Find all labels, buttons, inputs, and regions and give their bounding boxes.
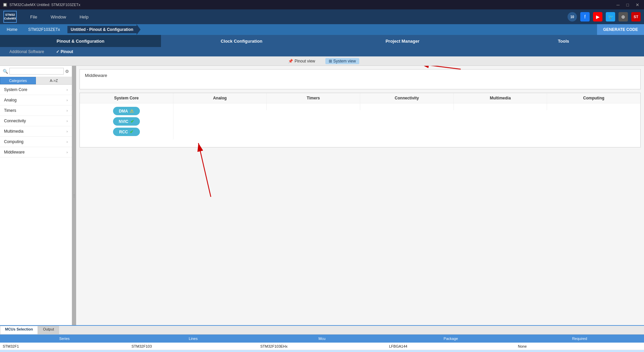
middleware-box-title: Middleware [85, 73, 107, 78]
network-icon[interactable]: ⊕ [619, 12, 628, 21]
breadcrumb-arrow-1 [21, 24, 25, 35]
menu-window[interactable]: Window [44, 11, 73, 23]
sidebar-item-timers[interactable]: Timers › [0, 105, 72, 116]
tab-az[interactable]: A->Z [36, 77, 72, 84]
title-bar-title: 🔲 STM32CubeMX Untitled: STM32F103ZETx [3, 3, 80, 7]
pinout-view-label: Pinout view [294, 59, 315, 63]
menu-file[interactable]: File [23, 11, 44, 23]
sidebar-list: System Core › Analog › Timers › Connecti… [0, 85, 72, 325]
td-required-0: None [515, 344, 644, 348]
tab-clock[interactable]: Clock Configuration [161, 35, 322, 47]
sidebar-tab-bar: Categories A->Z [0, 77, 72, 85]
sidebar-search-area: 🔍 ⚙ [0, 66, 72, 77]
tab-categories[interactable]: Categories [0, 77, 36, 84]
generate-code-button[interactable]: GENERATE CODE [597, 24, 644, 35]
nvic-button[interactable]: NVIC ✔ [113, 117, 140, 126]
sidebar-item-connectivity[interactable]: Connectivity › [0, 116, 72, 126]
chevron-right-icon: › [66, 98, 68, 102]
td-series-0: STM32F1 [0, 344, 129, 348]
window-title: STM32CubeMX Untitled: STM32F103ZETx [9, 3, 80, 7]
sub-tab-pinout[interactable]: ✓ Pinout [53, 49, 76, 55]
dma-label: DMA [119, 109, 128, 114]
tab-pinout[interactable]: Pinout & Configuration [0, 35, 161, 47]
th-required: Required [515, 337, 644, 341]
sidebar-item-analog[interactable]: Analog › [0, 95, 72, 105]
th-lines: Lines [129, 337, 258, 341]
main-area: 🔍 ⚙ Categories A->Z System Core › Analog… [0, 66, 644, 325]
tab-output[interactable]: Output [38, 326, 59, 334]
sidebar-item-multimedia[interactable]: Multimedia › [0, 126, 72, 137]
th-package: Package [386, 337, 515, 341]
sidebar: 🔍 ⚙ Categories A->Z System Core › Analog… [0, 66, 72, 325]
sidebar-item-computing[interactable]: Computing › [0, 137, 72, 147]
pinout-view-icon: 📌 [288, 59, 293, 63]
rcc-button[interactable]: RCC ✔ [113, 128, 140, 136]
minimize-button[interactable]: ─ [614, 2, 622, 8]
youtube-icon[interactable]: ▶ [593, 12, 602, 21]
chevron-right-icon: › [66, 140, 68, 144]
bottom-table-header: Series Lines Mcu Package Required [0, 335, 644, 343]
col-multimedia: Multimedia [454, 93, 547, 103]
title-bar: 🔲 STM32CubeMX Untitled: STM32F103ZETx ─ … [0, 0, 644, 9]
timers-col [267, 103, 360, 110]
ok-icon-2: ✔ [130, 129, 133, 134]
pinout-view-btn[interactable]: 📌 Pinout view [285, 58, 318, 64]
bottom-tabs: MCUs Selection Output [0, 326, 644, 335]
logo-area: STM32CubeMX [3, 11, 17, 23]
search-icon: 🔍 [3, 69, 8, 74]
gear-icon[interactable]: ⚙ [65, 69, 69, 74]
bottom-panel: MCUs Selection Output Series Lines Mcu P… [0, 325, 644, 352]
rcc-label: RCC [119, 130, 128, 134]
computing-col [547, 103, 640, 110]
col-timers: Timers [267, 93, 360, 103]
breadcrumb-arrow-3 [137, 24, 141, 35]
menu-bar: STM32CubeMX File Window Help 10 f ▶ 🐦 ⊕ … [0, 9, 644, 24]
twitter-icon[interactable]: 🐦 [606, 12, 615, 21]
ok-icon: ✔ [130, 119, 134, 124]
svg-line-2 [199, 143, 211, 197]
system-core-col: DMA ⚠ NVIC ✔ RCC ✔ [80, 103, 173, 139]
collapse-handle[interactable]: ⋮ [72, 66, 76, 325]
main-tab-bar: Pinout & Configuration Clock Configurati… [0, 35, 644, 47]
breadcrumb-chip[interactable]: STM32F103ZETx [25, 26, 63, 33]
td-mcu-0: STM32F103EHx [258, 344, 386, 348]
system-view-label: System view [333, 59, 356, 63]
tab-project-manager[interactable]: Project Manager [322, 35, 483, 47]
breadcrumb: Home STM32F103ZETx Untitled - Pinout & C… [0, 24, 644, 35]
st-icon[interactable]: ST [631, 12, 641, 21]
close-button[interactable]: ✕ [634, 2, 641, 8]
menu-help[interactable]: Help [73, 11, 95, 23]
sub-tab-additional[interactable]: Additional Software [7, 49, 47, 55]
col-analog: Analog [173, 93, 267, 103]
system-view-header: System Core Analog Timers Connectivity M… [80, 93, 640, 103]
warning-icon: ⚠ [130, 108, 134, 114]
system-view-table: System Core Analog Timers Connectivity M… [79, 93, 641, 147]
sidebar-item-middleware[interactable]: Middleware › [0, 147, 72, 158]
table-row-0[interactable]: STM32F1 STM32F103 STM32F103EHx LFBGA144 … [0, 343, 644, 350]
connectivity-col [360, 103, 454, 110]
svg-line-3 [421, 66, 461, 69]
system-view-btn[interactable]: ⊞ System view [325, 58, 359, 64]
app-icon: 🔲 [3, 3, 7, 7]
menu-right: 10 f ▶ 🐦 ⊕ ST [568, 12, 641, 21]
facebook-icon[interactable]: f [580, 12, 590, 21]
tab-mcus-selection[interactable]: MCUs Selection [0, 326, 38, 334]
analog-col [173, 103, 267, 110]
tab-tools[interactable]: Tools [483, 35, 644, 47]
middleware-box: Middleware [79, 69, 641, 89]
table-row-1[interactable]: ● STM32F1 STM32F103 STM32F103ZETx LQFP14… [0, 350, 644, 352]
view-toggle: 📌 Pinout view ⊞ System view [0, 56, 644, 66]
breadcrumb-home[interactable]: Home [3, 26, 21, 33]
sidebar-item-system-core[interactable]: System Core › [0, 85, 72, 95]
th-mcu: Mcu [258, 337, 386, 341]
maximize-button[interactable]: □ [624, 2, 631, 8]
dma-button[interactable]: DMA ⚠ [113, 107, 140, 115]
title-bar-controls: ─ □ ✕ [614, 2, 641, 8]
th-series: Series [0, 337, 129, 341]
col-computing: Computing [547, 93, 640, 103]
nvic-label: NVIC [119, 119, 128, 124]
breadcrumb-project[interactable]: Untitled - Pinout & Configuration [67, 26, 137, 33]
search-input[interactable] [9, 68, 64, 75]
check-icon: ✓ [56, 49, 60, 54]
breadcrumb-arrow-2 [63, 24, 67, 35]
